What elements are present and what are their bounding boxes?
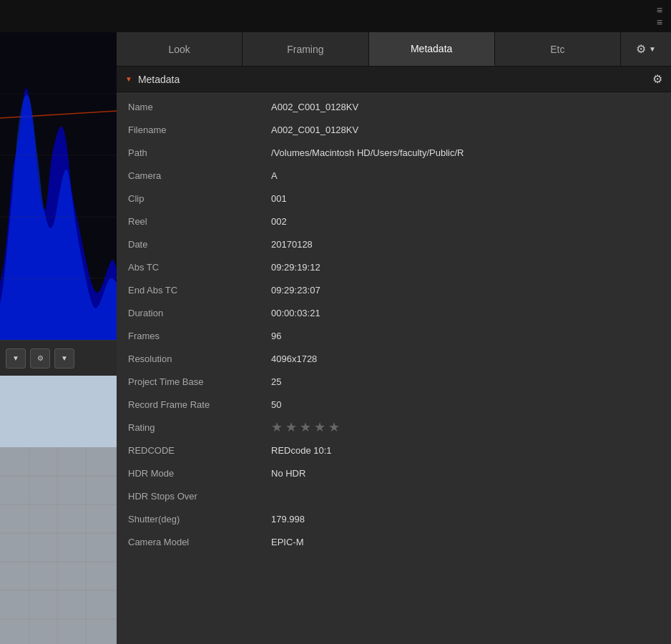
section-header: ▼ Metadata ⚙ xyxy=(117,67,671,92)
meta-value-camera-model: EPIC-M xyxy=(271,537,660,547)
tab-settings[interactable]: ⚙ ▼ xyxy=(621,32,671,66)
main-layout: ▼ ⚙ ▼ xyxy=(0,32,671,644)
settings-dropdown-arrow: ▼ xyxy=(649,45,656,53)
meta-label-redcode: REDCODE xyxy=(128,445,271,456)
table-row: HDR Stops Over xyxy=(117,484,671,507)
tab-etc[interactable]: Etc xyxy=(495,32,621,66)
table-row: Clip 001 xyxy=(117,187,671,210)
meta-value-redcode: REDcode 10:1 xyxy=(271,445,660,456)
meta-value-duration: 00:00:03:21 xyxy=(271,308,660,318)
left-sidebar: ▼ ⚙ ▼ xyxy=(0,32,117,644)
meta-value-filename: A002_C001_0128KV xyxy=(271,125,660,135)
meta-label-rating: Rating xyxy=(128,422,271,433)
meta-label-filename: Filename xyxy=(128,125,271,135)
star-2[interactable]: ★ xyxy=(285,419,297,435)
table-row: HDR Mode No HDR xyxy=(117,462,671,484)
star-5[interactable]: ★ xyxy=(328,419,340,435)
sidebar-controls: ▼ ⚙ ▼ xyxy=(0,340,117,376)
meta-label-resolution: Resolution xyxy=(128,353,271,364)
star-3[interactable]: ★ xyxy=(300,419,311,435)
meta-value-record-frame-rate: 50 xyxy=(271,399,660,410)
meta-label-hdr-mode: HDR Mode xyxy=(128,468,271,479)
meta-value-camera: A xyxy=(271,170,660,181)
table-row: Project Time Base 25 xyxy=(117,370,671,393)
table-row: Shutter(deg) 179.998 xyxy=(117,507,671,530)
table-row: Camera A xyxy=(117,164,671,187)
table-row: Reel 002 xyxy=(117,210,671,233)
table-row: End Abs TC 09:29:23:07 xyxy=(117,278,671,301)
meta-value-project-time-base: 25 xyxy=(271,376,660,387)
rating-stars[interactable]: ★ ★ ★ ★ ★ xyxy=(271,419,340,435)
right-content: Look Framing Metadata Etc ⚙ ▼ ▼ Metadata… xyxy=(117,32,671,644)
meta-value-abs-tc: 09:29:19:12 xyxy=(271,262,660,273)
meta-label-abs-tc: Abs TC xyxy=(128,262,271,273)
table-row: Camera Model EPIC-M xyxy=(117,530,671,553)
table-row: Duration 00:00:03:21 xyxy=(117,301,671,324)
meta-value-date: 20170128 xyxy=(271,239,660,250)
meta-label-frames: Frames xyxy=(128,331,271,341)
table-row: Rating ★ ★ ★ ★ ★ xyxy=(117,416,671,439)
section-gear-icon[interactable]: ⚙ xyxy=(652,72,662,86)
star-1[interactable]: ★ xyxy=(271,419,283,435)
dropdown-btn[interactable]: ▼ xyxy=(6,348,26,369)
meta-label-name: Name xyxy=(128,102,271,112)
table-row: Date 20170128 xyxy=(117,233,671,255)
meta-label-reel: Reel xyxy=(128,216,271,227)
table-row: REDCODE REDcode 10:1 xyxy=(117,439,671,462)
meta-value-reel: 002 xyxy=(271,216,660,227)
tab-metadata[interactable]: Metadata xyxy=(369,32,495,66)
meta-label-project-time-base: Project Time Base xyxy=(128,376,271,387)
table-row: Abs TC 09:29:19:12 xyxy=(117,255,671,278)
section-title: Metadata xyxy=(138,74,180,85)
section-header-left: ▼ Metadata xyxy=(125,74,180,85)
meta-value-path: /Volumes/Macintosh HD/Users/faculty/Publ… xyxy=(271,147,660,158)
meta-value-hdr-mode: No HDR xyxy=(271,468,660,479)
metadata-table: Name A002_C001_0128KV Filename A002_C001… xyxy=(117,92,671,644)
menu-icon: ≡≡ xyxy=(657,4,662,29)
meta-label-camera: Camera xyxy=(128,170,271,181)
meta-label-hdr-stops: HDR Stops Over xyxy=(128,491,271,502)
tab-bar: Look Framing Metadata Etc ⚙ ▼ xyxy=(117,32,671,67)
preview-image xyxy=(0,376,117,644)
star-4[interactable]: ★ xyxy=(314,419,325,435)
meta-label-record-frame-rate: Record Frame Rate xyxy=(128,399,271,410)
meta-label-clip: Clip xyxy=(128,193,271,204)
meta-value-end-abs-tc: 09:29:23:07 xyxy=(271,285,660,296)
dropdown2-btn[interactable]: ▼ xyxy=(54,348,74,369)
meta-value-resolution: 4096x1728 xyxy=(271,353,660,364)
tab-framing[interactable]: Framing xyxy=(243,32,368,66)
table-row: Resolution 4096x1728 xyxy=(117,347,671,370)
meta-label-date: Date xyxy=(128,239,271,250)
meta-value-shutter: 179.998 xyxy=(271,514,660,525)
table-row: Frames 96 xyxy=(117,324,671,347)
collapse-triangle-icon[interactable]: ▼ xyxy=(125,75,132,83)
waveform-svg xyxy=(0,32,117,340)
meta-label-end-abs-tc: End Abs TC xyxy=(128,285,271,296)
meta-label-camera-model: Camera Model xyxy=(128,537,271,547)
meta-value-name: A002_C001_0128KV xyxy=(271,102,660,112)
svg-rect-8 xyxy=(0,447,117,644)
preview-panel xyxy=(0,376,117,644)
table-row: Name A002_C001_0128KV xyxy=(117,95,671,118)
meta-label-shutter: Shutter(deg) xyxy=(128,514,271,525)
gear-settings-btn[interactable]: ⚙ xyxy=(30,348,50,369)
settings-gear-icon: ⚙ xyxy=(636,42,646,56)
meta-label-path: Path xyxy=(128,147,271,158)
meta-label-duration: Duration xyxy=(128,308,271,318)
meta-value-frames: 96 xyxy=(271,331,660,341)
table-row: Path /Volumes/Macintosh HD/Users/faculty… xyxy=(117,141,671,164)
meta-value-clip: 001 xyxy=(271,193,660,204)
table-row: Record Frame Rate 50 xyxy=(117,393,671,416)
table-row: Filename A002_C001_0128KV xyxy=(117,118,671,141)
top-bar: ≡≡ xyxy=(0,0,671,32)
waveform-panel xyxy=(0,32,117,340)
tab-look[interactable]: Look xyxy=(117,32,243,66)
